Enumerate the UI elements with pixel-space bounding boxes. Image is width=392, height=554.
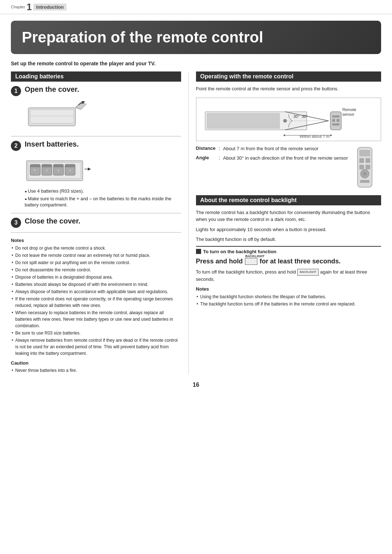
angle-row: Angle : About 30° in each direction of t… bbox=[196, 155, 348, 161]
operating-header: Operating with the remote control bbox=[196, 71, 381, 82]
svg-rect-8 bbox=[30, 164, 40, 167]
svg-rect-39 bbox=[359, 150, 370, 156]
main-title: Preparation of the remote control bbox=[22, 29, 370, 46]
step-2-text: Insert batteries. bbox=[25, 140, 181, 148]
sensor-diagram: 30° 30° Remote sensor Within about 7 m bbox=[196, 98, 381, 141]
step-1-circle: 1 bbox=[11, 86, 21, 96]
main-title-box: Preparation of the remote control bbox=[11, 21, 381, 54]
distance-label: Distance bbox=[196, 145, 216, 151]
bullet-note-1: Use 4 batteries (R03 sizes). bbox=[25, 188, 181, 195]
note-item: Dispose of batteries in a designated dis… bbox=[11, 274, 181, 280]
step-1-divider bbox=[11, 136, 181, 136]
backlight-button-label: BACKLIGHT bbox=[245, 254, 265, 259]
svg-text:+: + bbox=[34, 169, 36, 172]
notes-list: Do not drop or give the remote control a… bbox=[11, 245, 181, 357]
svg-rect-46 bbox=[360, 180, 369, 183]
step-2-image: + + + + bbox=[25, 155, 181, 185]
svg-rect-17 bbox=[65, 164, 75, 167]
caution-list: Never throw batteries into a fire. bbox=[11, 367, 181, 374]
backlight-section: About the remote control backlight The r… bbox=[196, 195, 381, 308]
backlight-desc-3: The backlight function is off by default… bbox=[196, 236, 381, 243]
loading-batteries-header: Loading batteries bbox=[11, 71, 181, 82]
note-item: Do not spill water or put anything wet o… bbox=[11, 259, 181, 266]
chapter-label: Chapter bbox=[11, 5, 25, 9]
backlight-notes-title: Notes bbox=[196, 286, 381, 292]
chapter-number: 1 bbox=[26, 2, 32, 12]
turn-on-label: To turn on the backlight function bbox=[203, 249, 277, 254]
page-header: Chapter 1 Introduction bbox=[0, 0, 392, 14]
chapter-title: Introduction bbox=[33, 4, 67, 11]
note-item: Always remove batteries from remote cont… bbox=[11, 337, 181, 357]
black-square-icon bbox=[196, 249, 201, 254]
colon-1: : bbox=[219, 145, 220, 151]
svg-rect-27 bbox=[332, 119, 335, 122]
note-item: Be sure to use R03 size batteries. bbox=[11, 330, 181, 336]
svg-point-45 bbox=[363, 172, 367, 176]
remote-small-svg bbox=[352, 145, 377, 189]
svg-text:30°: 30° bbox=[302, 114, 308, 119]
svg-rect-11 bbox=[42, 164, 52, 167]
svg-text:+: + bbox=[69, 169, 71, 172]
step-3-text: Close the cover. bbox=[25, 217, 181, 225]
svg-rect-3 bbox=[30, 110, 74, 123]
svg-text:sensor: sensor bbox=[342, 112, 354, 116]
sensor-svg: 30° 30° Remote sensor Within about 7 m bbox=[199, 101, 378, 140]
svg-rect-20 bbox=[207, 113, 279, 128]
cover-illustration bbox=[25, 100, 86, 131]
backlight-desc-2: Lights for approximately 10 seconds when… bbox=[196, 226, 381, 233]
svg-text:+: + bbox=[46, 169, 48, 172]
backlight-note-2: The backlight function turns off if the … bbox=[196, 301, 381, 307]
svg-rect-41 bbox=[366, 158, 370, 163]
da-right-image bbox=[352, 145, 381, 190]
svg-rect-29 bbox=[332, 123, 339, 126]
da-left: Distance : About 7 m from the front of t… bbox=[196, 145, 348, 190]
subtitle: Set up the remote control to operate the… bbox=[11, 61, 381, 66]
step-3-circle: 3 bbox=[11, 218, 21, 228]
distance-row: Distance : About 7 m from the front of t… bbox=[196, 145, 348, 152]
backlight-header: About the remote control backlight bbox=[196, 195, 381, 205]
backlight-button: BACKLIGHT bbox=[245, 258, 258, 265]
press-hold-text1: Press and hold bbox=[196, 257, 243, 266]
notes-title: Notes bbox=[11, 238, 181, 243]
backlight-button-inline: BACKLIGHT bbox=[297, 269, 319, 276]
page-number: 16 bbox=[0, 382, 392, 395]
backlight-desc-1: The remote control has a backlight funct… bbox=[196, 209, 381, 223]
step-3: 3 Close the cover. bbox=[11, 217, 181, 228]
note-item: Always dispose of batteries in accordanc… bbox=[11, 288, 181, 295]
step-1-text: Open the cover. bbox=[25, 85, 181, 94]
svg-rect-28 bbox=[336, 119, 339, 122]
caution-item: Never throw batteries into a fire. bbox=[11, 367, 181, 374]
backlight-notes: Notes Using the backlight function short… bbox=[196, 286, 381, 307]
note-item: When necessary to replace batteries in t… bbox=[11, 309, 181, 329]
bullet-note-2: Make sure to match the + and – on the ba… bbox=[25, 196, 181, 209]
right-column: Operating with the remote control Point … bbox=[189, 71, 381, 374]
operating-desc: Point the remote control at the remote s… bbox=[196, 85, 381, 93]
step-2-circle: 2 bbox=[11, 141, 21, 151]
svg-marker-36 bbox=[283, 134, 285, 136]
step-2: 2 Insert batteries. bbox=[11, 140, 181, 151]
press-hold-text2: for at least three seconds. bbox=[260, 257, 340, 266]
distance-desc: About 7 m from the front of the remote s… bbox=[223, 145, 318, 152]
svg-rect-25 bbox=[330, 112, 341, 130]
svg-rect-42 bbox=[359, 165, 364, 169]
angle-desc: About 30° in each direction of the front… bbox=[223, 155, 348, 161]
svg-rect-14 bbox=[53, 164, 64, 167]
note-item: Do not leave the remote control near an … bbox=[11, 252, 181, 259]
left-column: Loading batteries 1 Open the cover. bbox=[11, 71, 189, 374]
turn-on-header: To turn on the backlight function bbox=[196, 246, 381, 254]
svg-rect-26 bbox=[332, 115, 339, 118]
distance-angle-table: Distance : About 7 m from the front of t… bbox=[196, 145, 381, 190]
notes-section: Notes Do not drop or give the remote con… bbox=[11, 238, 181, 374]
battery-notes: Use 4 batteries (R03 sizes). Make sure t… bbox=[25, 188, 181, 209]
note-item: Do not disassemble the remote control. bbox=[11, 267, 181, 273]
svg-text:+: + bbox=[57, 169, 59, 172]
colon-2: : bbox=[219, 155, 220, 161]
svg-marker-37 bbox=[330, 134, 332, 136]
backlight-off-text: To turn off the backlight function, pres… bbox=[196, 268, 381, 283]
two-column-layout: Loading batteries 1 Open the cover. bbox=[11, 71, 381, 374]
backlight-notes-list: Using the backlight function shortens th… bbox=[196, 294, 381, 307]
note-item: Do not drop or give the remote control a… bbox=[11, 245, 181, 251]
svg-text:30°: 30° bbox=[293, 114, 299, 119]
caution-title: Caution bbox=[11, 360, 181, 366]
backlight-label-inline: BACKLIGHT bbox=[300, 270, 316, 274]
